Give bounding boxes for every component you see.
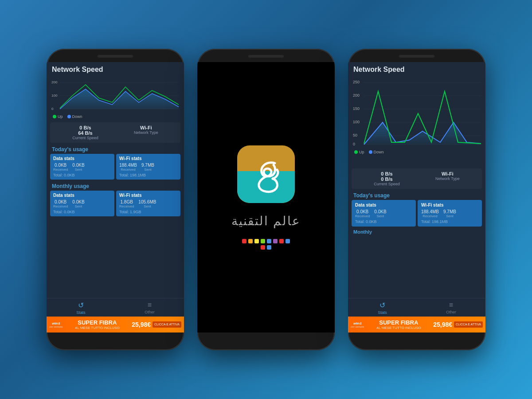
svg-text:0: 0	[51, 107, 54, 111]
right-network-label: Network Type	[435, 176, 460, 181]
left-graph-legend: Up Down	[50, 113, 180, 121]
right-today-data-sent: 0.0KB	[374, 209, 386, 214]
left-ad-price-sub: AL MESE TUTTO INCLUSO	[64, 326, 130, 330]
right-up-label: Up	[359, 150, 364, 154]
left-monthly-title: Monthly usage	[47, 181, 184, 191]
middle-phone: عالم التقنية	[197, 49, 335, 350]
left-tab-bar: ↺ Stats ≡ Other	[47, 298, 184, 317]
right-monthly-label: Monthly	[348, 228, 485, 235]
svg-text:50: 50	[353, 133, 357, 137]
right-download-value: 0 B/s	[374, 176, 400, 182]
svg-text:200: 200	[353, 93, 360, 98]
right-stats-icon: ↺	[379, 301, 385, 309]
right-down-legend: Down	[369, 150, 384, 154]
down-legend-label: Down	[72, 114, 82, 119]
down-legend: Down	[67, 114, 82, 119]
left-wind-logo: wind per sempre	[49, 321, 63, 328]
left-today-grid: Data stats 0.0KB Received 0.0KB Sent Tot…	[50, 154, 180, 180]
svg-text:100: 100	[353, 120, 360, 124]
right-ad-price-sub: AL MESE TUTTO INCLUSO	[366, 326, 431, 330]
middle-black-screen: عالم التقنية	[197, 62, 335, 332]
svg-text:250: 250	[353, 80, 360, 84]
left-today-title: Today's usage	[47, 145, 184, 154]
left-monthly-wifi-sent: 105.6MB	[138, 200, 156, 204]
right-today-wifi-sent: 9.7MB	[443, 209, 456, 214]
middle-phone-screen: عالم التقنية	[197, 62, 335, 332]
right-today-wifi-card: Wi-Fi stats 188.4MB Received 9.7MB Sent …	[418, 200, 482, 227]
left-monthly-wifi-header: Wi-Fi stats	[119, 193, 177, 198]
left-monthly-wifi-total: Total: 1.9GB	[119, 210, 177, 214]
left-today-data-card: Data stats 0.0KB Received 0.0KB Sent Tot…	[50, 154, 114, 180]
right-upload-value: 0 B/s	[374, 171, 400, 176]
left-graph-svg: 200 100 0	[50, 78, 180, 113]
left-app-screen: Network Speed 200 100 0	[47, 62, 184, 332]
colored-dots	[239, 239, 293, 243]
left-ad-banner: wind per sempre SUPER FIBRA AL MESE TUTT…	[47, 317, 184, 332]
right-tab-stats[interactable]: ↺ Stats	[348, 298, 417, 317]
dot-10	[267, 245, 271, 250]
left-monthly-wifi-card: Wi-Fi stats 1.8GB Received 105.6MB Sent …	[116, 191, 180, 216]
left-ad-price: 25,98€	[132, 321, 151, 328]
right-today-data-received: 0.0KB	[355, 209, 370, 214]
left-tab-stats[interactable]: ↺ Stats	[47, 298, 115, 317]
dot-3	[254, 239, 259, 243]
right-ad-banner: wind per sempre SUPER FIBRA AL MESE TUTT…	[348, 317, 485, 332]
left-ad-button[interactable]: CLICCA E ATTIVA	[153, 321, 181, 328]
left-today-wifi-received: 188.4MB	[119, 163, 137, 168]
left-ad-right: 25,98€ CLICCA E ATTIVA	[132, 321, 181, 328]
dot-8	[286, 239, 290, 243]
right-today-data-header: Data stats	[355, 203, 412, 207]
right-up-dot	[354, 150, 358, 154]
right-graph-legend: Up Down	[352, 149, 482, 156]
right-ad-text: SUPER FIBRA	[366, 319, 431, 326]
right-speed-bar: 0 B/s 0 B/s Current Speed Wi-Fi Network …	[352, 168, 482, 189]
dot-9	[261, 245, 265, 250]
left-monthly-grid: Data stats 0.0KB Received 0.0KB Sent Tot…	[50, 191, 180, 216]
right-phone-screen: Network Speed 250 200 150 100	[348, 62, 485, 332]
left-ad-content: SUPER FIBRA AL MESE TUTTO INCLUSO	[63, 319, 132, 330]
left-speed-graph: 200 100 0 Up	[50, 78, 180, 121]
dot-7	[279, 239, 284, 243]
right-network-value: Wi-Fi	[435, 171, 460, 176]
left-today-wifi-sent: 9.7MB	[141, 163, 154, 168]
left-tab-other[interactable]: ≡ Other	[115, 298, 184, 317]
left-download-value: 64 B/s	[72, 130, 98, 136]
left-ad-text: SUPER FIBRA	[64, 319, 130, 326]
left-network-label: Network Type	[134, 130, 158, 135]
right-tab-other[interactable]: ≡ Other	[417, 298, 485, 317]
left-today-data-received: 0.0KB	[53, 163, 68, 168]
arabic-text: عالم التقنية	[231, 214, 301, 228]
right-ad-right: 25,98€ CLICCA E ATTIVA	[433, 321, 483, 328]
other-icon: ≡	[148, 301, 152, 309]
left-monthly-data-total: Total: 0.0KB	[53, 210, 111, 214]
left-app-title: Network Speed	[52, 66, 179, 74]
up-legend-dot	[53, 115, 56, 118]
right-wind-logo: wind per sempre	[351, 321, 364, 328]
left-today-wifi-card: Wi-Fi stats 188.4MB Received 9.7MB Sent …	[116, 154, 180, 180]
right-ad-price: 25,98€	[433, 321, 452, 328]
right-down-label: Down	[374, 150, 384, 154]
up-legend: Up	[53, 114, 63, 119]
left-monthly-data-sent: 0.0KB	[72, 200, 84, 204]
left-today-data-sent: 0.0KB	[72, 163, 84, 168]
svg-text:150: 150	[353, 106, 360, 111]
right-ad-button[interactable]: CLICCA E ATTIVA	[454, 321, 483, 328]
left-stats-label: Stats	[76, 310, 86, 315]
right-today-grid: Data stats 0.0KB Received 0.0KB Sent Tot…	[352, 200, 482, 227]
right-today-wifi-header: Wi-Fi stats	[421, 203, 478, 207]
left-today-data-total: Total: 0.0KB	[53, 173, 111, 177]
left-monthly-data-card: Data stats 0.0KB Received 0.0KB Sent Tot…	[50, 191, 114, 216]
up-legend-label: Up	[58, 114, 63, 119]
left-today-data-header: Data stats	[53, 156, 111, 161]
colored-dots-2	[261, 245, 271, 250]
stats-icon: ↺	[78, 301, 84, 309]
left-upload-speed: 0 B/s 64 B/s Current Speed	[72, 125, 98, 140]
left-upload-value: 0 B/s	[72, 125, 98, 130]
right-app-title: Network Speed	[353, 66, 480, 74]
left-speed-label: Current Speed	[72, 136, 98, 140]
left-monthly-wifi-received: 1.8GB	[119, 200, 134, 204]
icon-svg	[237, 145, 295, 203]
right-tab-bar: ↺ Stats ≡ Other	[348, 298, 485, 317]
svg-text:0: 0	[353, 142, 355, 146]
left-app-header: Network Speed	[47, 62, 184, 76]
